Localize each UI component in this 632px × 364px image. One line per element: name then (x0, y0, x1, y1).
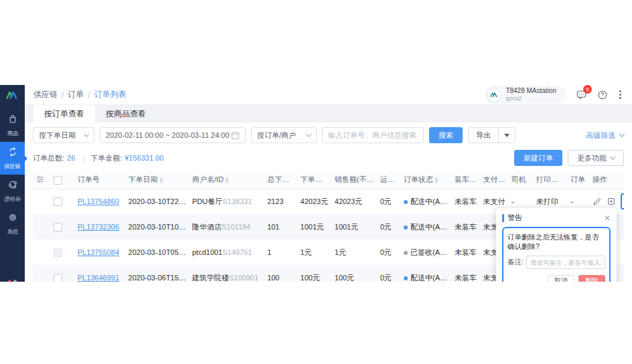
topbar-right: T8428 MAstation qzcs2 5 (485, 86, 623, 104)
help-icon[interactable] (597, 89, 609, 101)
sidebar-item-system[interactable]: 系统 (0, 207, 25, 240)
tab-by-product[interactable]: 按商品查看 (95, 105, 157, 122)
breadcrumb-order-list[interactable]: 订单列表 (94, 89, 127, 100)
more-functions-button[interactable]: 更多功能 (568, 150, 624, 166)
sidebar-item-supply-chain[interactable]: 供应链 (0, 142, 25, 175)
search-button[interactable]: 搜索 (429, 127, 463, 143)
breadcrumb-supply-chain[interactable]: 供应链 (33, 89, 58, 100)
row-checkbox[interactable] (54, 274, 62, 282)
column-label: 订单号 (78, 175, 100, 183)
order-link[interactable]: PL13755084 (78, 248, 119, 256)
sales-cell: 1001元 (332, 214, 378, 240)
column-header: 支付状态 (480, 171, 508, 189)
row-settings-cell (33, 189, 51, 214)
note-label: 备注: (507, 258, 524, 267)
cancel-button[interactable]: 取消 (548, 275, 574, 282)
advanced-filter-link[interactable]: 高级筛选 (586, 130, 624, 141)
user-name-block: T8428 MAstation qzcs2 (505, 87, 556, 102)
supply-chain-icon (7, 147, 18, 160)
column-header[interactable]: 下单日期 (126, 171, 189, 189)
column-header: 总下单数 (264, 171, 297, 189)
merchant-name: 建筑学院楼 (192, 274, 229, 282)
date-range-input[interactable]: 2020-02-11 00:00 ~ 2020-03-11 24:00 (100, 127, 246, 143)
column-settings-icon[interactable] (33, 171, 51, 189)
delete-confirm-popup: 警告 ✕ 订单删除之后无法恢复，是否确认删除? 备注: 取消 删除 (496, 208, 617, 282)
select-all-checkbox[interactable] (54, 176, 62, 185)
sort-icon[interactable] (331, 177, 332, 183)
freight-cell: 0元 (378, 189, 401, 214)
row-checkbox-cell (51, 214, 74, 240)
select-all-cell (51, 171, 74, 189)
order-status-cell: 配送中(A-1-1) (401, 265, 452, 282)
column-header[interactable]: 订单状态 (401, 171, 452, 189)
load-status-cell: 未装车 (452, 189, 480, 214)
tab-by-order[interactable]: 按订单查看 (33, 105, 95, 122)
column-label: 订单 (570, 175, 585, 183)
sidebar-item-inventory[interactable]: 进销存 (0, 175, 25, 207)
breadcrumb: 供应链 / 订单 / 订单列表 (33, 89, 127, 100)
column-header[interactable]: 下单金额 (298, 171, 332, 189)
popup-message: 订单删除之后无法恢复，是否确认删除? (507, 232, 605, 251)
column-header[interactable]: 运费 (378, 171, 401, 189)
sidebar-item-goods[interactable]: 商品 (0, 109, 25, 142)
search-type-select[interactable]: 按订单/商户 (251, 127, 317, 143)
edit-icon[interactable] (592, 196, 602, 207)
avatar (487, 88, 501, 102)
order-link[interactable]: PL13732306 (78, 223, 119, 231)
delete-button[interactable]: 删除 (578, 275, 605, 282)
row-settings-cell (33, 265, 51, 282)
chevron-down-icon (619, 131, 625, 136)
chevron-down-icon (610, 154, 615, 159)
help-icon[interactable]: ? (567, 177, 568, 185)
row-checkbox[interactable] (54, 197, 62, 206)
merchant-name: PDU餐厅 (192, 197, 222, 205)
merchant-id: S138331 (222, 197, 252, 205)
close-icon[interactable]: ✕ (604, 214, 611, 222)
merchant-id: S149751 (222, 248, 252, 256)
order-link[interactable]: PL13646991 (78, 274, 119, 282)
breadcrumb-orders[interactable]: 订单 (68, 89, 84, 100)
date-type-select[interactable]: 按下单日期 (33, 127, 94, 143)
row-settings-cell (33, 240, 51, 265)
column-label: 支付状态 (483, 175, 508, 183)
column-label: 运费 (380, 175, 395, 183)
more-menu-icon[interactable] (618, 89, 623, 100)
export-button[interactable]: 导出 (469, 128, 498, 143)
export-dropdown-button[interactable] (498, 128, 515, 143)
sort-icon[interactable] (434, 177, 439, 183)
sort-icon[interactable] (396, 177, 400, 183)
order-no-cell: PL13646991 (75, 265, 126, 282)
freight-cell: 0元 (378, 265, 401, 282)
row-checkbox-cell (51, 189, 74, 214)
search-input[interactable] (322, 127, 424, 143)
note-input[interactable] (526, 256, 605, 269)
column-label: 商户名/ID (192, 175, 224, 183)
sort-icon[interactable] (225, 177, 229, 183)
qty-cell: 2123 (264, 189, 297, 214)
order-status-cell: 配送中(A-3-1) (401, 189, 452, 214)
date-range-value: 2020-02-11 00:00 ~ 2020-03-11 24:00 (106, 131, 230, 139)
table-header-row: 订单号下单日期商户名/ID总下单数下单金额销售额(不含税、运)运费订单状态装车状… (33, 171, 624, 189)
popup-highlight-annotation: 订单删除之后无法恢复，是否确认删除? 备注: 取消 删除 (502, 227, 611, 282)
sidebar-item-label: 系统 (7, 228, 18, 236)
row-checkbox[interactable] (54, 223, 62, 232)
column-header[interactable]: 商户名/ID (189, 171, 264, 189)
message-icon[interactable]: 5 (575, 89, 587, 101)
column-label: 下单日期 (129, 175, 158, 183)
sales-cell: 100元 (332, 265, 378, 282)
merchant-name: ptcd1001 (192, 248, 222, 256)
order-link[interactable]: PL13754860 (78, 197, 119, 205)
popup-accent-bar (502, 214, 504, 222)
user-chip[interactable]: T8428 MAstation qzcs2 (485, 86, 566, 104)
popup-note-row: 备注: (507, 256, 605, 269)
user-subname: qzcs2 (505, 95, 522, 102)
qty-cell: 101 (264, 214, 297, 240)
column-label: 装车状态 (455, 175, 480, 183)
new-order-button[interactable]: 新建订单 (514, 150, 562, 166)
column-header: 操作 (590, 171, 624, 189)
sort-icon[interactable] (159, 177, 163, 183)
app-logo (0, 85, 25, 105)
advanced-filter-label: 高级筛选 (586, 130, 615, 141)
copy-order-icon[interactable] (607, 196, 616, 207)
popup-buttons: 取消 删除 (507, 275, 605, 282)
